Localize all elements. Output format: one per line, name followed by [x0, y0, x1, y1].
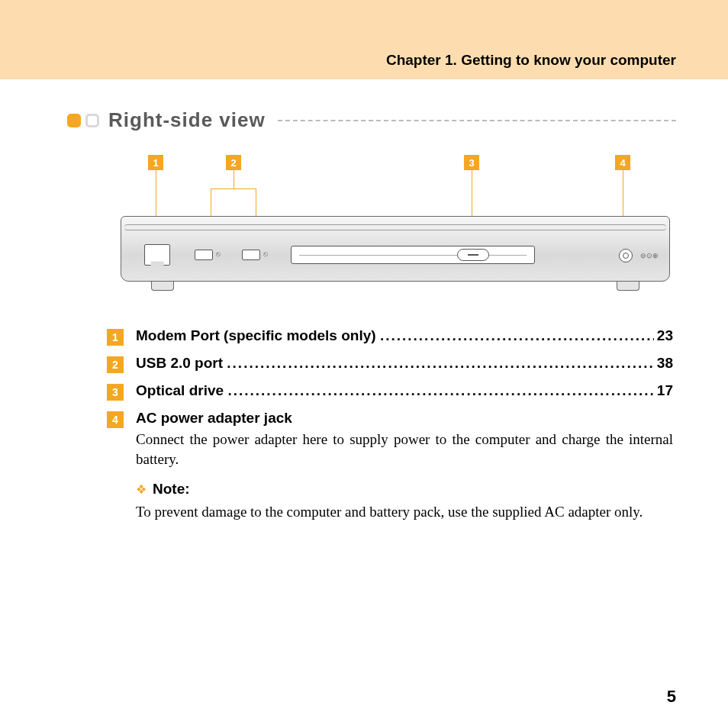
dc-jack-icon	[619, 249, 633, 263]
usb-port-icon	[195, 250, 213, 260]
list-item: 1 Modem Port (specific models only) 23	[107, 327, 673, 346]
callout-4: 4	[615, 155, 630, 216]
item-page-ref: 17	[654, 382, 673, 399]
note-diamond-icon: ❖	[136, 482, 147, 497]
section-heading: Right-side view	[67, 108, 676, 132]
section-title: Right-side view	[108, 108, 266, 132]
laptop-side-illustration: ⎋ ⎋ ⊖⊙⊕	[121, 216, 670, 291]
callout-badge: 1	[148, 155, 163, 170]
diagram-callouts: 1 2 3 4	[121, 155, 670, 216]
optical-drive-icon	[291, 246, 535, 264]
side-view-diagram: 1 2 3 4	[121, 155, 670, 291]
item-description: Connect the power adapter here to supply…	[136, 430, 673, 469]
modem-port-icon	[144, 244, 170, 266]
list-item: 4 AC power adapter jack Connect the powe…	[107, 410, 673, 522]
heading-dash-line	[278, 120, 676, 121]
item-page-ref: 23	[654, 327, 673, 344]
heading-bullet-outline-icon	[85, 114, 99, 127]
item-page-ref: 38	[654, 355, 673, 372]
header-band: Chapter 1. Getting to know your computer	[0, 0, 728, 79]
leader-dots	[380, 327, 654, 344]
list-item: 3 Optical drive 17	[107, 382, 673, 401]
note-text: To prevent damage to the computer and ba…	[136, 502, 673, 522]
leader-dots	[227, 382, 653, 399]
item-label: AC power adapter jack	[136, 410, 673, 427]
usb-symbol-icon: ⎋	[216, 250, 221, 258]
page-content: Right-side view 1 2 3 4	[0, 79, 728, 522]
laptop-foot-icon	[151, 282, 174, 291]
leader-dots	[227, 355, 654, 372]
laptop-foot-icon	[617, 282, 639, 291]
callout-2: 2	[211, 155, 256, 216]
callout-badge: 2	[226, 155, 241, 170]
callout-1: 1	[148, 155, 163, 216]
eject-button-icon	[457, 249, 489, 261]
callout-3: 3	[464, 155, 479, 216]
item-label: Optical drive	[136, 382, 224, 399]
item-label: Modem Port (specific models only)	[136, 327, 376, 344]
note-heading: ❖ Note:	[136, 481, 673, 498]
chapter-title: Chapter 1. Getting to know your computer	[386, 52, 676, 69]
component-list: 1 Modem Port (specific models only) 23 2…	[107, 327, 673, 522]
usb-symbol-icon: ⎋	[263, 250, 268, 258]
heading-bullet-solid-icon	[67, 114, 81, 127]
item-number-badge: 4	[107, 411, 124, 428]
note-label: Note:	[153, 481, 190, 498]
item-number-badge: 1	[107, 329, 124, 346]
item-number-badge: 2	[107, 356, 124, 373]
page-number: 5	[667, 687, 676, 707]
callout-badge: 4	[615, 155, 630, 170]
item-number-badge: 3	[107, 384, 124, 401]
usb-port-icon	[242, 250, 260, 260]
dc-polarity-icon: ⊖⊙⊕	[640, 252, 659, 259]
list-item: 2 USB 2.0 port 38	[107, 355, 673, 373]
item-label: USB 2.0 port	[136, 355, 223, 372]
callout-badge: 3	[464, 155, 479, 170]
